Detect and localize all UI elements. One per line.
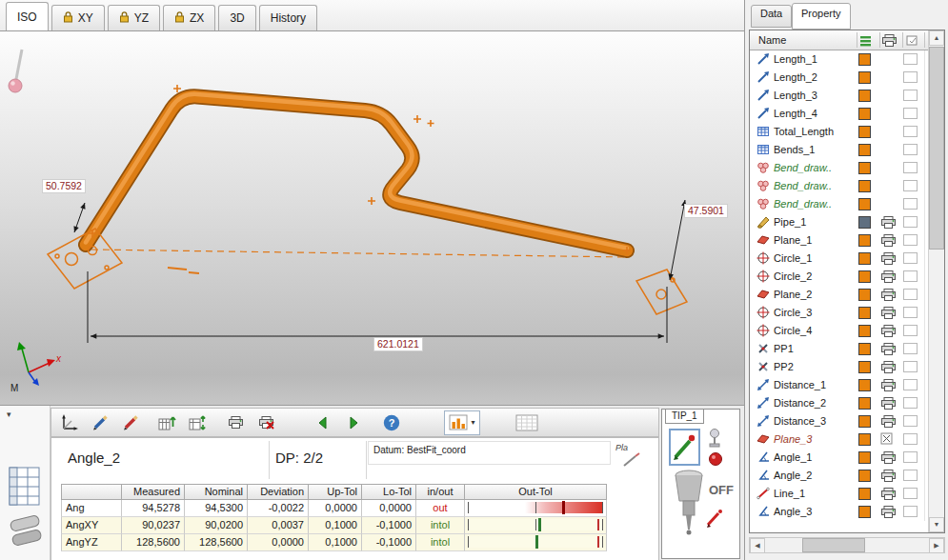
scrollbar-thumb[interactable]	[929, 47, 944, 250]
color-swatch[interactable]	[858, 506, 871, 518]
tree-item-plane-2[interactable]: Plane_2	[750, 286, 928, 304]
color-swatch[interactable]	[858, 488, 871, 500]
scroll-left-button[interactable]: ◀	[750, 538, 765, 553]
printer-icon[interactable]	[880, 342, 896, 355]
printer-icon[interactable]	[880, 251, 896, 265]
color-swatch[interactable]	[858, 216, 871, 229]
print-column-icon[interactable]	[881, 33, 898, 50]
tree-item-total-length[interactable]: Total_Length	[750, 123, 928, 141]
tree-item-bends-1[interactable]: Bends_1	[750, 141, 928, 159]
report-checkbox[interactable]	[903, 506, 918, 517]
color-swatch[interactable]	[858, 108, 871, 120]
color-swatch[interactable]	[858, 451, 871, 464]
tree-item-distance-2[interactable]: Distance_2	[750, 394, 928, 412]
printer-icon[interactable]	[880, 360, 896, 373]
printer-delete-icon[interactable]	[253, 410, 278, 435]
printer-icon[interactable]	[880, 414, 896, 428]
scroll-up-button[interactable]: ▲	[929, 30, 944, 46]
chart-dropdown-arrow[interactable]: ▾	[471, 418, 474, 427]
color-swatch[interactable]	[858, 126, 871, 138]
horizontal-scrollbar[interactable]: ◀ ▶	[749, 537, 945, 553]
scrollbar-thumb[interactable]	[802, 538, 865, 552]
viewport-tab-history[interactable]: History	[259, 5, 317, 30]
chevron-down-icon[interactable]: ▾	[7, 410, 11, 419]
color-swatch[interactable]	[858, 270, 871, 283]
tree-item-circle-3[interactable]: Circle_3	[750, 304, 928, 322]
table-import-icon[interactable]	[154, 410, 179, 435]
tree-item-distance-1[interactable]: Distance_1	[750, 376, 928, 394]
color-swatch[interactable]	[858, 379, 871, 391]
report-checkbox[interactable]	[903, 289, 918, 300]
report-checkbox[interactable]	[903, 397, 918, 409]
printer-icon[interactable]	[880, 288, 896, 301]
plane-feature-chip[interactable]: Pla	[615, 443, 648, 475]
tree-item-circle-4[interactable]: Circle_4	[750, 322, 928, 340]
color-swatch[interactable]	[858, 90, 871, 102]
color-swatch[interactable]	[858, 307, 871, 319]
printer-icon[interactable]	[223, 410, 248, 435]
printer-icon[interactable]	[880, 306, 896, 319]
color-swatch[interactable]	[858, 343, 871, 355]
viewport-tab-iso[interactable]: ISO	[6, 2, 49, 30]
report-checkbox[interactable]	[903, 216, 918, 228]
red-ball-icon[interactable]	[708, 451, 723, 469]
report-checkbox[interactable]	[903, 53, 918, 65]
tree-item-circle-1[interactable]: Circle_1	[750, 250, 928, 268]
viewport-tab-xy[interactable]: XY	[51, 5, 105, 30]
table-row-angxy[interactable]: AngXY90,023790,02000,00370,1000-0,1000in…	[61, 517, 607, 534]
tree-item-plane-1[interactable]: Plane_1	[750, 231, 928, 250]
tree-item-angle-3[interactable]: Angle_3	[750, 503, 928, 521]
report-checkbox[interactable]	[903, 108, 918, 119]
table-transfer-icon[interactable]	[185, 410, 210, 435]
report-checkbox[interactable]	[903, 162, 918, 173]
coordinate-system-icon[interactable]	[57, 410, 82, 435]
printer-icon[interactable]	[880, 505, 896, 518]
sphere-pin-icon[interactable]	[703, 427, 726, 451]
viewport-tab-3d[interactable]: 3D	[218, 5, 255, 30]
tree-item-length-1[interactable]: Length_1	[750, 50, 928, 69]
name-column-header[interactable]: Name	[758, 34, 786, 46]
printer-icon[interactable]	[880, 324, 896, 337]
printer-icon[interactable]	[880, 450, 896, 464]
tree-item-pipe-1[interactable]: Pipe_1	[750, 213, 928, 231]
printer-icon[interactable]	[880, 233, 896, 247]
printer-icon[interactable]	[880, 396, 896, 410]
tree-item-length-3[interactable]: Length_3	[750, 87, 928, 105]
grid-view-icon[interactable]	[514, 410, 539, 435]
report-checkbox[interactable]	[903, 488, 918, 499]
report-checkbox[interactable]	[903, 126, 918, 137]
color-swatch[interactable]	[858, 470, 871, 482]
printer-icon[interactable]	[880, 378, 896, 391]
color-swatch[interactable]	[858, 289, 871, 301]
report-checkbox[interactable]	[903, 451, 918, 463]
report-checkbox[interactable]	[903, 415, 918, 427]
color-swatch[interactable]	[858, 180, 871, 192]
tree-item-plane-3[interactable]: Plane_3	[750, 430, 928, 449]
tree-item-bend-draw-[interactable]: Bend_draw..	[750, 177, 928, 195]
vertical-scrollbar[interactable]: ▲ ▼	[928, 30, 944, 532]
pipes-icon[interactable]	[7, 510, 45, 552]
tip-panel-title[interactable]: TIP_1	[665, 409, 704, 424]
viewport-tab-zx[interactable]: ZX	[163, 5, 215, 30]
report-checkbox[interactable]	[903, 71, 918, 83]
report-checkbox[interactable]	[903, 144, 918, 155]
tab-property[interactable]: Property	[792, 3, 851, 30]
report-checkbox[interactable]	[903, 234, 918, 246]
color-swatch[interactable]	[858, 144, 871, 156]
scroll-down-button[interactable]: ▼	[929, 517, 944, 532]
table-row-angyz[interactable]: AngYZ128,5600128,56000,00000,1000-0,1000…	[61, 534, 607, 551]
report-checkbox[interactable]	[903, 470, 918, 481]
color-swatch[interactable]	[858, 415, 871, 428]
chart-icon[interactable]: ▾	[444, 410, 480, 435]
color-swatch[interactable]	[858, 53, 871, 66]
help-icon[interactable]: ?	[379, 410, 404, 435]
color-swatch[interactable]	[858, 252, 871, 265]
tree-item-bend-draw-[interactable]: Bend_draw..	[750, 159, 928, 177]
tree-item-angle-1[interactable]: Angle_1	[750, 449, 928, 467]
previous-icon[interactable]	[311, 410, 335, 435]
color-swatch[interactable]	[858, 162, 871, 174]
color-column-icon[interactable]	[858, 33, 873, 50]
excluded-checkbox-icon[interactable]	[880, 432, 896, 446]
color-swatch[interactable]	[858, 71, 871, 84]
report-checkbox[interactable]	[903, 198, 918, 210]
